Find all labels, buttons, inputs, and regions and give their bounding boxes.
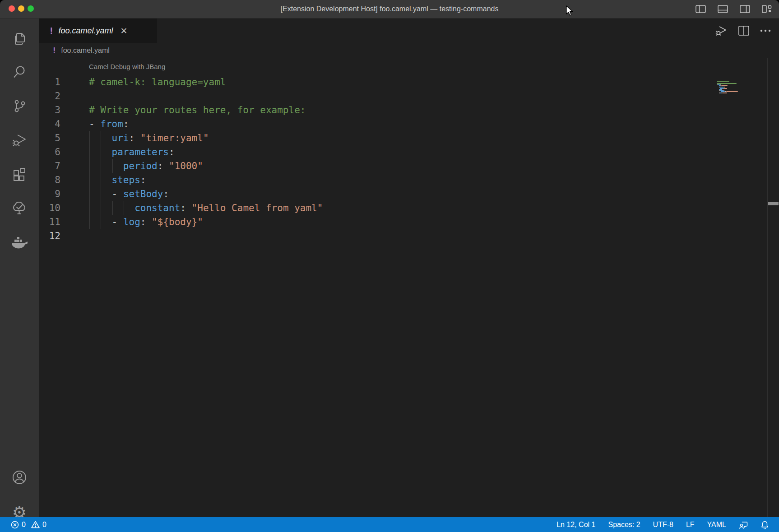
minimap-line: [717, 83, 737, 84]
current-line-highlight: [62, 229, 714, 243]
indent-guide: [101, 215, 101, 229]
code-line-4[interactable]: - from:: [89, 117, 129, 131]
indent-guide: [89, 215, 90, 229]
minimap-line: [723, 93, 727, 93]
indent-guide: [101, 131, 101, 145]
overview-ruler[interactable]: [767, 58, 779, 517]
error-count: 0: [22, 517, 26, 532]
indent-guide: [101, 187, 101, 201]
yaml-file-icon: !: [52, 46, 56, 55]
search-icon[interactable]: [0, 57, 39, 87]
editor-group: ! foo.camel.yaml ✕: [39, 19, 779, 517]
indentation-status[interactable]: Spaces: 2: [603, 517, 645, 532]
line-number[interactable]: 9: [39, 187, 67, 201]
breadcrumb[interactable]: ! foo.camel.yaml: [39, 43, 779, 58]
yaml-file-icon: !: [49, 26, 54, 36]
tab-close-icon[interactable]: ✕: [121, 27, 128, 35]
line-number[interactable]: 6: [39, 145, 67, 159]
split-editor-icon[interactable]: [738, 26, 749, 36]
feedback-icon[interactable]: [734, 517, 752, 532]
extensions-icon[interactable]: [0, 159, 39, 189]
docker-icon[interactable]: [0, 227, 39, 257]
run-or-debug-icon[interactable]: [715, 24, 728, 37]
line-number[interactable]: 8: [39, 173, 67, 187]
testing-tree-icon[interactable]: [0, 193, 39, 223]
problems-status[interactable]: 0 0: [6, 517, 51, 532]
cursor-position-status[interactable]: Ln 12, Col 1: [552, 517, 600, 532]
error-circle-icon: [11, 521, 19, 529]
code-line-5[interactable]: uri: "timer:yaml": [89, 131, 209, 145]
code-editor[interactable]: Camel Debug with JBang 123456789101112 #…: [39, 58, 779, 517]
minimap-line: [724, 88, 727, 89]
tab-label: foo.camel.yaml: [58, 26, 113, 36]
indent-guide: [112, 201, 113, 215]
line-number[interactable]: 12: [39, 229, 67, 243]
indent-guide: [112, 159, 113, 173]
line-number[interactable]: 5: [39, 131, 67, 145]
code-line-11[interactable]: - log: "${body}": [89, 215, 203, 229]
code-line-6[interactable]: parameters:: [89, 145, 175, 159]
line-number[interactable]: 2: [39, 89, 67, 103]
toggle-primary-sidebar-icon[interactable]: [696, 5, 706, 13]
code-line-3[interactable]: # Write your routes here, for example:: [89, 103, 306, 117]
encoding-status[interactable]: UTF-8: [649, 517, 678, 532]
indent-guide: [89, 159, 90, 173]
title-bar: [Extension Development Host] foo.camel.y…: [0, 0, 779, 19]
code-line-8[interactable]: steps:: [89, 173, 146, 187]
warning-count: 0: [42, 517, 46, 532]
tab-bar: ! foo.camel.yaml ✕: [39, 19, 779, 43]
accounts-icon[interactable]: [0, 463, 39, 492]
line-number[interactable]: 11: [39, 215, 67, 229]
indent-guide: [101, 145, 101, 159]
indent-guide: [101, 173, 101, 187]
explorer-icon[interactable]: [0, 24, 39, 54]
minimap-line: [719, 87, 724, 88]
line-number[interactable]: 4: [39, 117, 67, 131]
window-title: [Extension Development Host] foo.camel.y…: [0, 0, 779, 18]
indent-guide: [124, 201, 124, 215]
indent-guide: [89, 201, 90, 215]
toggle-secondary-sidebar-icon[interactable]: [740, 5, 750, 13]
customize-layout-icon[interactable]: [762, 5, 772, 13]
status-bar: 0 0 Ln 12, Col 1 Spaces: 2 UTF-8 LF YAML: [0, 517, 779, 532]
source-control-icon[interactable]: [0, 91, 39, 121]
line-number[interactable]: 10: [39, 201, 67, 215]
line-number[interactable]: 1: [39, 75, 67, 89]
line-number[interactable]: 7: [39, 159, 67, 173]
toggle-panel-icon[interactable]: [718, 5, 728, 13]
notifications-bell-icon[interactable]: [756, 517, 774, 532]
indent-guide: [101, 201, 101, 215]
indent-guide: [89, 187, 90, 201]
indent-guide: [89, 131, 90, 145]
vscode-window: [Extension Development Host] foo.camel.y…: [0, 0, 779, 532]
minimap-line: [717, 81, 729, 82]
minimap-line: [724, 87, 725, 88]
code-line-9[interactable]: - setBody:: [89, 187, 169, 201]
tab-foo-camel-yaml[interactable]: ! foo.camel.yaml ✕: [39, 19, 157, 43]
line-number[interactable]: 3: [39, 103, 67, 117]
code-line-7[interactable]: period: "1000": [89, 159, 203, 173]
indent-guide: [101, 159, 101, 173]
language-mode-status[interactable]: YAML: [703, 517, 731, 532]
activity-bar: ⚙: [0, 19, 39, 517]
warning-triangle-icon: [31, 521, 40, 528]
minimap-line: [721, 89, 722, 90]
breadcrumb-label: foo.camel.yaml: [61, 46, 110, 55]
more-actions-icon[interactable]: [760, 29, 771, 32]
minimap-line: [726, 91, 738, 92]
cursor-position-marker: [768, 202, 779, 205]
eol-status[interactable]: LF: [682, 517, 699, 532]
code-line-1[interactable]: # camel-k: language=yaml: [89, 75, 226, 89]
code-line-10[interactable]: constant: "Hello Camel from yaml": [89, 201, 323, 215]
run-and-debug-icon[interactable]: [0, 125, 39, 155]
codelens-camel-debug[interactable]: Camel Debug with JBang: [89, 63, 165, 70]
indent-guide: [89, 145, 90, 159]
indent-guide: [89, 173, 90, 187]
